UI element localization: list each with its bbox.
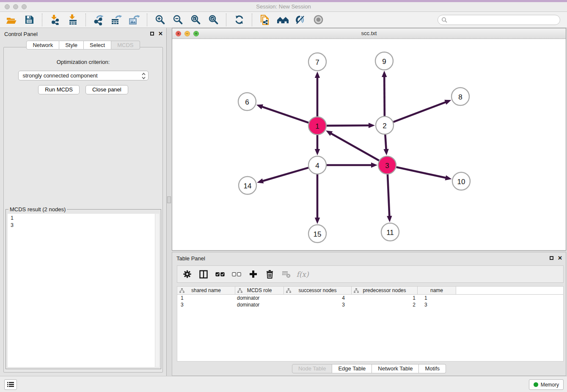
export-network-icon: [93, 14, 104, 25]
float-panel-icon[interactable]: [150, 32, 154, 36]
table-row[interactable]: 1dominator411: [177, 295, 563, 301]
column-header-predecessor-nodes[interactable]: predecessor nodes: [352, 287, 418, 294]
result-scrollbar[interactable]: [155, 214, 159, 367]
export-image-button[interactable]: [127, 13, 141, 27]
control-panel: Control Panel ✕ Network Style Select MCD…: [0, 28, 167, 376]
graph-edge-arrowhead: [444, 100, 451, 105]
table-row[interactable]: 3dominator323: [177, 301, 563, 308]
show-column-panel-button[interactable]: [199, 269, 208, 279]
plus-icon: [249, 270, 257, 278]
column-header-shared-name[interactable]: shared name: [177, 287, 235, 294]
new-network-from-selection-button[interactable]: [258, 13, 272, 27]
column-header-name[interactable]: name: [418, 287, 456, 294]
graph-edge[interactable]: [384, 76, 385, 116]
toolbar-separator: [252, 14, 252, 26]
hierarchy-icon: [179, 288, 184, 293]
export-network-button[interactable]: [91, 13, 106, 27]
vertical-splitter-handle[interactable]: [167, 196, 171, 203]
close-panel-icon[interactable]: ✕: [158, 31, 163, 36]
graph-edge[interactable]: [262, 168, 308, 181]
mcds-result-groupbox: MCDS result (2 nodes) 13: [6, 209, 161, 369]
tab-motifs[interactable]: Motifs: [419, 364, 446, 373]
graphics-details-toggle-button[interactable]: [293, 13, 308, 27]
tab-network[interactable]: Network: [26, 41, 59, 50]
fx-icon: f(x): [296, 270, 308, 279]
tab-network-table[interactable]: Network Table: [372, 364, 419, 373]
minimize-network-button[interactable]: −: [184, 31, 190, 36]
close-network-button[interactable]: ×: [176, 31, 181, 36]
graph-edge[interactable]: [388, 174, 389, 217]
close-panel-icon[interactable]: ✕: [558, 255, 562, 261]
columns-icon: [199, 270, 208, 279]
list-icon: [7, 382, 14, 387]
maximize-network-button[interactable]: +: [193, 31, 199, 36]
run-mcds-button[interactable]: Run MCDS: [38, 85, 80, 94]
tab-node-table[interactable]: Node Table: [292, 364, 333, 373]
tab-edge-table[interactable]: Edge Table: [332, 364, 372, 373]
birds-eye-view-toggle-button[interactable]: [311, 13, 325, 27]
graph-node-label: 7: [315, 58, 319, 66]
tab-style[interactable]: Style: [59, 41, 84, 50]
column-header-successor-nodes[interactable]: successor nodes: [284, 287, 352, 294]
table-cell[interactable]: dominator: [235, 301, 284, 308]
column-header-mcds-role[interactable]: MCDS role: [235, 287, 284, 294]
graph-edge[interactable]: [327, 125, 369, 126]
table-cell[interactable]: 1: [352, 295, 418, 301]
first-neighbors-button[interactable]: [275, 13, 290, 27]
table-cell[interactable]: 3: [177, 301, 235, 308]
table-cell[interactable]: 3: [418, 301, 456, 308]
global-search-field[interactable]: [438, 15, 560, 25]
graph-node-label: 1: [315, 122, 319, 130]
graph-edge-arrowhead: [315, 72, 320, 78]
graph-edge[interactable]: [396, 167, 446, 178]
table-cell[interactable]: 1: [177, 295, 235, 301]
close-panel-button[interactable]: Close panel: [85, 85, 128, 94]
import-network-button[interactable]: [48, 13, 62, 27]
graph-edge-arrowhead: [257, 178, 264, 183]
column-label: name: [430, 287, 443, 293]
node-table-header: shared name MCDS role: [177, 287, 563, 295]
table-cell[interactable]: 3: [284, 301, 352, 308]
table-cell[interactable]: 4: [284, 295, 352, 301]
memory-button[interactable]: Memory: [529, 379, 564, 390]
network-canvas-svg[interactable]: 7968124314101511: [172, 39, 566, 251]
select-all-rows-button[interactable]: [215, 269, 225, 279]
zoom-selected-button[interactable]: [206, 13, 220, 27]
control-panel-title: Control Panel: [4, 31, 38, 37]
create-column-button[interactable]: [248, 269, 258, 279]
zoom-selected-icon: [208, 14, 219, 25]
delete-column-button[interactable]: [265, 269, 274, 279]
zoom-in-button[interactable]: [153, 13, 167, 27]
zoom-fit-button[interactable]: [188, 13, 203, 27]
table-cell[interactable]: 1: [418, 295, 456, 301]
graph-edge[interactable]: [330, 133, 379, 161]
zoom-out-button[interactable]: [171, 13, 185, 27]
open-file-button[interactable]: [4, 13, 19, 27]
graph-edge-arrowhead: [387, 216, 392, 222]
table-settings-button[interactable]: [182, 269, 192, 279]
app-title: Session: New Session: [0, 3, 567, 10]
mcds-result-textarea[interactable]: 13: [8, 214, 159, 367]
export-table-button[interactable]: [109, 13, 124, 27]
import-table-button[interactable]: [66, 13, 80, 27]
mcds-result-title: MCDS result (2 nodes): [8, 206, 67, 213]
float-panel-icon[interactable]: [550, 256, 553, 260]
refresh-view-button[interactable]: [232, 13, 246, 27]
table-cell[interactable]: dominator: [235, 295, 284, 301]
graph-edge[interactable]: [385, 135, 386, 150]
save-session-button[interactable]: [22, 13, 36, 27]
graph-edge-arrowhead: [315, 218, 320, 224]
graph-edge[interactable]: [394, 102, 446, 122]
tab-select[interactable]: Select: [84, 41, 111, 50]
task-history-button[interactable]: [4, 379, 17, 390]
deselect-all-rows-button[interactable]: [232, 269, 241, 279]
optimization-criterion-select[interactable]: strongly connected component: [18, 71, 149, 80]
network-window-titlebar[interactable]: × − + scc.txt: [172, 28, 566, 39]
tab-mcds[interactable]: MCDS: [111, 41, 140, 50]
graph-node-label: 14: [244, 182, 252, 190]
graph-node-label: 9: [382, 58, 386, 66]
table-cell[interactable]: 2: [352, 301, 418, 308]
search-input[interactable]: [447, 16, 560, 23]
graph-edge[interactable]: [261, 107, 308, 123]
table-panel: Table Panel ✕: [172, 252, 566, 376]
